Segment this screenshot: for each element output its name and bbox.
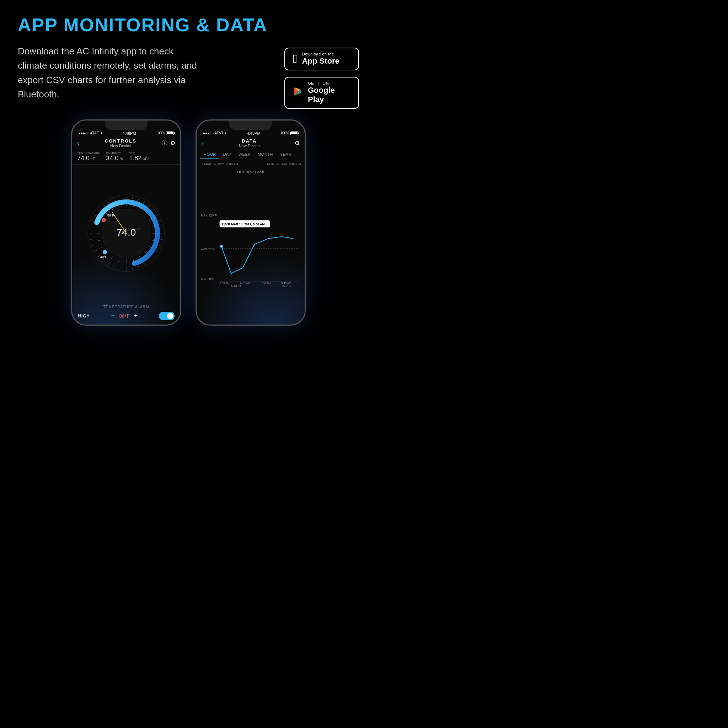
svg-text:MAR 14: MAR 14: [231, 284, 241, 288]
tab-hour[interactable]: HOUR: [200, 151, 219, 159]
humidity-label: HUMIDITY: [106, 151, 123, 154]
alarm-controls: − 86°F +: [111, 312, 138, 320]
left-device-name: New Device: [105, 144, 136, 148]
left-status-right: 100%: [156, 131, 174, 135]
google-play-icon: [293, 86, 303, 99]
svg-line-25: [94, 249, 97, 252]
left-battery-text: 100%: [156, 131, 165, 135]
svg-text:40°F: 40°F: [100, 255, 107, 259]
right-battery-text: 100%: [280, 131, 289, 135]
svg-point-67: [103, 250, 107, 254]
apple-icon: : [293, 52, 297, 66]
svg-line-32: [98, 209, 100, 211]
tab-year[interactable]: YEAR: [277, 151, 295, 159]
svg-point-77: [220, 245, 223, 248]
left-back-button[interactable]: ‹: [77, 139, 80, 147]
controls-screen: ●●●○○ AT&T ✦ 4:48PM 100% ‹ CONTROLS New …: [72, 121, 180, 324]
right-nav-icons: ⚙: [295, 140, 300, 147]
chart-svg: MAX 120°F AVG 75°F MIN 30°F 110°F, MAR 1…: [200, 175, 301, 322]
left-settings-icon[interactable]: ⚙: [170, 140, 175, 147]
svg-line-12: [159, 245, 161, 246]
svg-text:MAX 120°F: MAX 120°F: [201, 213, 217, 217]
gauge-svg: 🌡 74.0 °F 86°F 40°F: [85, 192, 167, 274]
svg-line-47: [145, 251, 147, 254]
svg-line-51: [119, 259, 119, 262]
svg-line-54: [101, 246, 103, 248]
svg-line-57: [98, 225, 101, 226]
app-store-main: App Store: [302, 57, 340, 66]
chart-container: TEMPERATURE MAX 120°F AVG 75°F MIN 30°F: [197, 168, 304, 324]
google-play-text: GET IT ON Google Play: [308, 81, 350, 104]
svg-text:74.0: 74.0: [116, 227, 136, 238]
chart-area: MAX 120°F AVG 75°F MIN 30°F 110°F, MAR 1…: [200, 175, 301, 322]
alarm-title: TEMPERATURE ALARM: [78, 305, 174, 309]
svg-line-21: [113, 266, 115, 268]
svg-line-3: [138, 198, 139, 201]
right-device-name: New Device: [239, 144, 260, 148]
right-nav-bar: ‹ DATA New Device ⚙: [197, 137, 304, 149]
toggle-switch[interactable]: [159, 312, 174, 320]
svg-line-52: [112, 256, 113, 258]
alarm-row: HIGH − 86°F +: [78, 312, 174, 320]
svg-text:MAR 14: MAR 14: [281, 284, 292, 288]
svg-line-8: [159, 220, 161, 222]
svg-line-22: [108, 262, 110, 265]
google-play-main: Google Play: [308, 86, 350, 104]
svg-line-27: [90, 239, 92, 239]
tab-week[interactable]: WEEK: [235, 151, 254, 159]
date-left: 〈 MAR 14, 2021, 8:00 AM: [200, 162, 238, 167]
svg-line-23: [102, 260, 104, 262]
left-nav-title-block: CONTROLS New Device: [105, 138, 136, 148]
tab-day[interactable]: DAY: [219, 151, 235, 159]
right-status-left: ●●●○○ AT&T ✦: [203, 131, 227, 135]
left-screen-title: CONTROLS: [105, 138, 136, 144]
gauge-container: 🌡 74.0 °F 86°F 40°F: [72, 165, 180, 302]
date-range-row: 〈 MAR 14, 2021, 8:00 AM MAR 14, 2021, 9:…: [197, 160, 304, 168]
svg-text:86°F: 86°F: [107, 214, 115, 217]
svg-text:°F: °F: [137, 228, 141, 232]
svg-line-11: [160, 239, 163, 239]
vpd-metric: VPD 1.82 kPa: [129, 151, 149, 162]
left-info-icon[interactable]: ⓘ: [162, 139, 167, 147]
svg-line-41: [145, 212, 147, 215]
left-nav-icons: ⓘ ⚙: [162, 139, 175, 147]
svg-text:MIN 30°F: MIN 30°F: [201, 277, 214, 281]
page: APP MONITORING & DATA Download the AC In…: [0, 0, 377, 377]
chart-label: TEMPERATURE: [200, 170, 301, 173]
left-status-time: 4:48PM: [122, 131, 136, 135]
app-store-sub: Download on the: [302, 52, 340, 57]
alarm-minus-button[interactable]: −: [111, 312, 115, 320]
svg-line-55: [98, 240, 101, 241]
google-play-button[interactable]: GET IT ON Google Play: [284, 77, 359, 109]
tabs-row: HOUR DAY WEEK MONTH YEAR: [197, 149, 304, 160]
tab-month[interactable]: MONTH: [254, 151, 277, 159]
svg-line-35: [113, 198, 115, 201]
svg-line-24: [98, 255, 100, 257]
svg-line-5: [148, 204, 150, 206]
right-settings-icon[interactable]: ⚙: [295, 140, 300, 147]
svg-line-36: [120, 196, 120, 199]
page-title: APP MONITORING & DATA: [18, 14, 359, 35]
svg-line-14: [153, 255, 154, 257]
left-status-left: ●●●○○ AT&T ✦: [78, 131, 103, 135]
svg-text:110°F, MAR 14, 2021, 8:00 AM: 110°F, MAR 14, 2021, 8:00 AM: [222, 223, 265, 226]
temp-value: 74.0 °F: [77, 154, 100, 162]
right-screen-title: DATA: [239, 138, 260, 144]
alarm-plus-button[interactable]: +: [134, 312, 138, 320]
alarm-label: HIGH: [78, 314, 90, 318]
app-store-button[interactable]:  Download on the App Store: [284, 47, 359, 70]
right-back-button[interactable]: ‹: [202, 139, 204, 147]
svg-text:8:45 AM: 8:45 AM: [281, 281, 291, 285]
left-phone: ●●●○○ AT&T ✦ 4:48PM 100% ‹ CONTROLS New …: [71, 119, 181, 326]
right-nav-title-block: DATA New Device: [239, 138, 260, 148]
app-store-text: Download on the App Store: [302, 52, 340, 66]
alarm-section: TEMPERATURE ALARM HIGH − 86°F +: [72, 302, 180, 324]
humidity-value: 34.0 %: [106, 154, 123, 162]
left-nav-bar: ‹ CONTROLS New Device ⓘ ⚙: [72, 137, 180, 149]
vpd-value: 1.82 kPa: [129, 154, 149, 162]
right-status-time: 4:48PM: [247, 131, 260, 135]
temperature-metric: TEMPERATURE 74.0 °F: [77, 151, 100, 162]
svg-line-29: [90, 226, 92, 227]
svg-line-26: [91, 245, 94, 246]
right-status-right: 100%: [280, 131, 298, 135]
